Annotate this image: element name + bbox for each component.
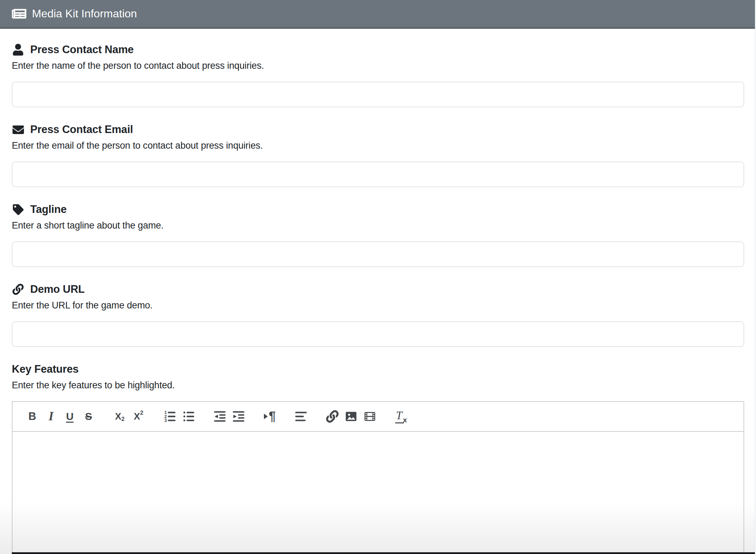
toolbar-group-text-style: B I U S [23, 407, 98, 426]
page-title: Media Kit Information [32, 7, 137, 20]
clean-formatting-icon[interactable]: Tx [392, 407, 410, 426]
ordered-list-icon[interactable]: 1 2 3 [160, 407, 179, 426]
subscript-button[interactable]: X2 [110, 407, 129, 426]
demo-url-input[interactable] [12, 321, 744, 347]
envelope-icon [12, 124, 24, 135]
toolbar-group-media [323, 407, 379, 426]
italic-button[interactable]: I [42, 407, 60, 426]
toolbar-group-direction: ¶ [260, 407, 279, 426]
field-description: Enter the key features to be highlighted… [12, 379, 744, 391]
toolbar-group-clean: Tx [392, 407, 410, 426]
user-icon [12, 44, 24, 56]
text-direction-icon[interactable]: ¶ [260, 407, 279, 426]
indent-icon[interactable] [229, 407, 248, 426]
field-label: Press Contact Name [12, 43, 744, 57]
press-contact-email-input[interactable] [12, 162, 744, 187]
field-description: Enter a short tagline about the game. [12, 219, 744, 232]
newspaper-icon [12, 7, 26, 20]
field-demo-url: Demo URL Enter the URL for the game demo… [12, 282, 744, 347]
field-label: Press Contact Email [12, 123, 744, 137]
tagline-input[interactable] [12, 241, 744, 267]
toolbar-group-lists: 1 2 3 [160, 407, 198, 426]
bold-button[interactable]: B [23, 407, 42, 426]
media-kit-form-page: { "header": { "title": "Media Kit Inform… [0, 0, 756, 554]
link-icon [12, 284, 24, 295]
key-features-editor: B I U S X2 X2 [12, 401, 744, 554]
align-icon[interactable] [292, 407, 310, 426]
tag-icon [12, 204, 24, 215]
field-label-text: Tagline [30, 202, 67, 216]
field-label-text: Key Features [12, 362, 78, 376]
field-description: Enter the URL for the game demo. [12, 299, 744, 312]
insert-image-icon[interactable] [342, 407, 360, 426]
field-description: Enter the name of the person to contact … [12, 59, 744, 72]
field-key-features: Key Features Enter the key features to b… [12, 362, 744, 554]
strikethrough-button[interactable]: S [79, 407, 98, 426]
editor-toolbar: B I U S X2 X2 [13, 402, 743, 432]
field-label-text: Press Contact Name [30, 43, 134, 57]
toolbar-group-indent [210, 407, 248, 426]
press-contact-name-input[interactable] [12, 82, 744, 107]
field-press-contact-email: Press Contact Email Enter the email of t… [12, 123, 744, 187]
toolbar-group-align [292, 407, 310, 426]
insert-video-icon[interactable] [360, 407, 379, 426]
insert-link-icon[interactable] [323, 407, 342, 426]
bottom-edge-bar [12, 552, 756, 554]
field-label-text: Press Contact Email [30, 123, 133, 137]
field-label: Key Features [12, 362, 744, 376]
field-label: Demo URL [12, 282, 744, 296]
bullet-list-icon[interactable] [179, 407, 198, 426]
field-tagline: Tagline Enter a short tagline about the … [12, 202, 744, 267]
key-features-editor-body[interactable] [13, 432, 743, 554]
field-press-contact-name: Press Contact Name Enter the name of the… [12, 43, 744, 107]
card-header: Media Kit Information [0, 0, 755, 29]
underline-button[interactable]: U [60, 407, 79, 426]
outdent-icon[interactable] [210, 407, 229, 426]
form-content: Press Contact Name Enter the name of the… [0, 29, 756, 554]
field-label: Tagline [12, 202, 744, 216]
field-label-text: Demo URL [30, 282, 85, 296]
svg-text:3: 3 [164, 418, 167, 423]
field-description: Enter the email of the person to contact… [12, 139, 744, 152]
superscript-button[interactable]: X2 [129, 407, 148, 426]
toolbar-group-script: X2 X2 [110, 407, 148, 426]
